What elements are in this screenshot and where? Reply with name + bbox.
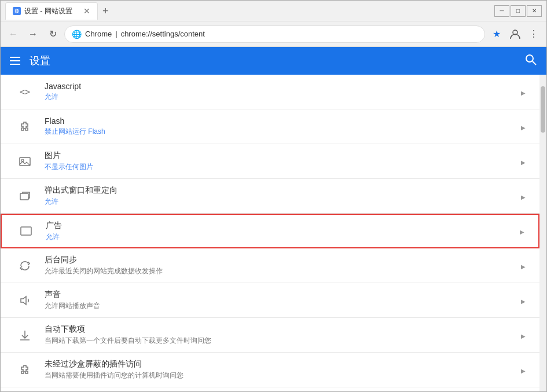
item-title: 图片 xyxy=(45,151,521,161)
item-content: Flash 禁止网站运行 Flash xyxy=(35,116,521,137)
tab-close-button[interactable]: ✕ xyxy=(83,6,90,16)
list-item[interactable]: 弹出式窗口和重定向 允许 xyxy=(1,179,539,214)
window-controls: ─ □ ✕ xyxy=(494,5,542,17)
hamburger-line3 xyxy=(10,64,20,65)
address-bar: ← → ↻ 🌐 Chrome | chrome://settings/conte… xyxy=(1,21,546,47)
bookmark-button[interactable]: ★ xyxy=(489,26,505,42)
item-subtitle: 允许 xyxy=(45,197,521,207)
scrollbar-thumb[interactable] xyxy=(541,86,545,133)
menu-button[interactable] xyxy=(10,57,20,65)
account-button[interactable] xyxy=(507,26,523,42)
close-button[interactable]: ✕ xyxy=(527,5,542,17)
item-subtitle: 允许网站播放声音 xyxy=(45,301,521,311)
arrow-icon xyxy=(520,226,524,236)
window-frame: 设置 - 网站设置 ✕ + ─ □ ✕ ← → ↻ 🌐 Chrome | chr… xyxy=(0,0,547,392)
item-subtitle: 允许 xyxy=(45,92,521,102)
sound-icon xyxy=(14,294,35,307)
list-item[interactable]: Flash 禁止网站运行 Flash xyxy=(1,109,539,144)
download-icon xyxy=(14,329,35,342)
popup-icon xyxy=(14,190,35,203)
item-content: 未经过沙盒屏蔽的插件访问 当网站需要使用插件访问您的计算机时询问您 xyxy=(35,359,521,380)
url-bar[interactable]: 🌐 Chrome | chrome://settings/content xyxy=(64,25,485,43)
back-button[interactable]: ← xyxy=(5,26,21,42)
code-icon: <> xyxy=(14,87,35,97)
list-item[interactable]: 声音 允许网站播放声音 xyxy=(1,283,539,318)
arrow-icon xyxy=(521,331,526,340)
item-title: Javascript xyxy=(45,82,521,91)
item-subtitle: 当网站下载第一个文件后要自动下载更多文件时询问您 xyxy=(45,336,521,346)
arrow-icon xyxy=(521,87,526,97)
content-area: <> Javascript 允许 Flash 禁止网站运行 Flash xyxy=(1,75,539,391)
minimize-button[interactable]: ─ xyxy=(494,5,509,17)
item-subtitle: 允许最近关闭的网站完成数据收发操作 xyxy=(45,266,521,276)
item-subtitle: 当网站需要使用插件访问您的计算机时询问您 xyxy=(45,371,521,380)
active-tab[interactable]: 设置 - 网站设置 ✕ xyxy=(5,2,98,20)
item-content: 声音 允许网站播放声音 xyxy=(35,290,521,311)
item-subtitle: 允许 xyxy=(46,232,520,242)
tab-area: 设置 - 网站设置 ✕ + xyxy=(5,2,490,20)
item-title: 广告 xyxy=(46,221,520,231)
url-chrome-label: Chrome xyxy=(85,30,112,38)
list-item[interactable]: 未经过沙盒屏蔽的插件访问 当网站需要使用插件访问您的计算机时询问您 xyxy=(1,353,539,387)
title-bar: 设置 - 网站设置 ✕ + ─ □ ✕ xyxy=(1,1,546,21)
scrollbar[interactable] xyxy=(539,75,546,391)
svg-rect-6 xyxy=(20,193,28,200)
list-item[interactable]: <> Javascript 允许 xyxy=(1,75,539,109)
settings-list: <> Javascript 允许 Flash 禁止网站运行 Flash xyxy=(1,75,539,387)
arrow-icon xyxy=(521,122,526,131)
arrow-icon xyxy=(521,365,526,375)
search-button[interactable] xyxy=(524,53,537,69)
arrow-icon xyxy=(521,296,526,305)
sync-icon xyxy=(14,259,35,272)
tab-favicon xyxy=(13,7,21,15)
svg-rect-7 xyxy=(21,227,31,235)
item-title: 声音 xyxy=(45,290,521,300)
list-item[interactable]: 图片 不显示任何图片 xyxy=(1,144,539,179)
item-content: 弹出式窗口和重定向 允许 xyxy=(35,185,521,207)
url-address: chrome://settings/content xyxy=(121,30,205,38)
url-separator: | xyxy=(115,30,117,38)
main-content: <> Javascript 允许 Flash 禁止网站运行 Flash xyxy=(1,75,546,391)
list-item[interactable]: 后台同步 允许最近关闭的网站完成数据收发操作 xyxy=(1,248,539,283)
item-content: 图片 不显示任何图片 xyxy=(35,151,521,172)
image-icon xyxy=(14,155,35,168)
page-title: 设置 xyxy=(30,54,50,68)
item-title: Flash xyxy=(45,116,521,126)
reload-button[interactable]: ↻ xyxy=(45,26,61,42)
item-content: 自动下载项 当网站下载第一个文件后要自动下载更多文件时询问您 xyxy=(35,324,521,346)
hamburger-line2 xyxy=(10,60,20,61)
item-title: 弹出式窗口和重定向 xyxy=(45,185,521,196)
plugin-icon xyxy=(14,364,35,376)
item-content: 广告 允许 xyxy=(36,221,520,242)
arrow-icon xyxy=(521,192,526,201)
item-subtitle: 不显示任何图片 xyxy=(45,162,521,172)
item-subtitle: 禁止网站运行 Flash xyxy=(45,127,521,137)
list-item-ads[interactable]: 广告 允许 xyxy=(1,214,539,248)
svg-point-2 xyxy=(526,55,533,62)
arrow-icon xyxy=(521,157,526,166)
item-title: 自动下载项 xyxy=(45,324,521,335)
tab-title: 设置 - 网站设置 xyxy=(24,6,72,16)
item-title: 后台同步 xyxy=(45,255,521,265)
ads-icon xyxy=(16,225,36,237)
arrow-icon xyxy=(521,261,526,270)
item-content: Javascript 允许 xyxy=(35,82,521,102)
list-item[interactable]: 自动下载项 当网站下载第一个文件后要自动下载更多文件时询问您 xyxy=(1,318,539,353)
settings-header: 设置 xyxy=(1,47,546,75)
item-title: 未经过沙盒屏蔽的插件访问 xyxy=(45,359,521,369)
svg-marker-8 xyxy=(21,296,26,305)
globe-icon: 🌐 xyxy=(72,30,82,39)
hamburger-line1 xyxy=(10,57,20,58)
new-tab-button[interactable]: + xyxy=(98,3,113,20)
more-button[interactable]: ⋮ xyxy=(526,26,542,42)
item-content: 后台同步 允许最近关闭的网站完成数据收发操作 xyxy=(35,255,521,276)
svg-line-3 xyxy=(533,61,536,65)
forward-button[interactable]: → xyxy=(25,26,41,42)
maximize-button[interactable]: □ xyxy=(511,5,526,17)
address-actions: ★ ⋮ xyxy=(489,26,542,42)
puzzle-icon xyxy=(14,120,35,133)
